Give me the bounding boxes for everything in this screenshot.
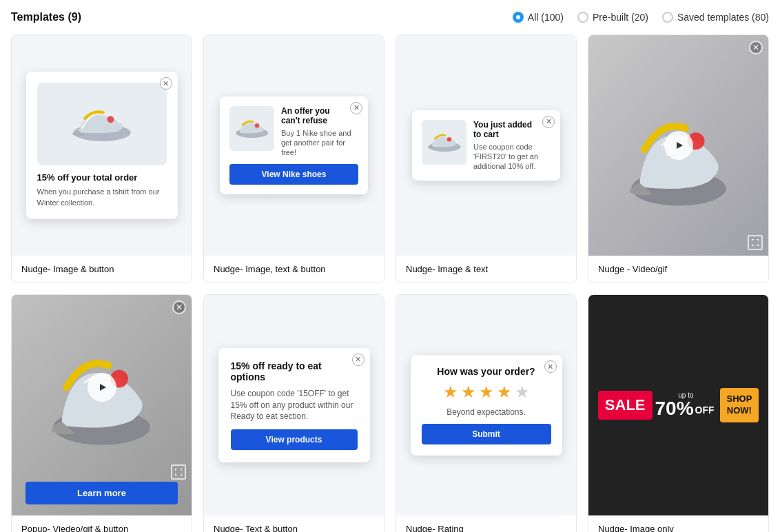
card7-popup: ✕ How was your order? ★ ★ ★ ★ ★ Beyond e… — [411, 355, 562, 456]
stars-container: ★ ★ ★ ★ ★ — [422, 382, 551, 402]
view-products-button[interactable]: View products — [231, 429, 358, 450]
card1-label: Nudge- Image & button — [12, 256, 192, 283]
percent-label: 70% — [655, 399, 694, 418]
shop-now-label: SHOP NOW! — [720, 388, 759, 422]
card7-preview: ✕ How was your order? ★ ★ ★ ★ ★ Beyond e… — [396, 295, 576, 515]
templates-grid: ✕ 15% off your total order When you purc… — [11, 34, 769, 532]
popup-video-bg: ✕ Learn more — [12, 295, 192, 515]
learn-more-button[interactable]: Learn more — [25, 482, 178, 504]
card-image-only[interactable]: SALE up to 70% OFF SHOP NOW! Nudge- Imag… — [588, 294, 769, 532]
rating-caption: Beyond expectations. — [422, 407, 551, 417]
card2-title: An offer you can't refuse — [281, 106, 358, 125]
card5-label: Popup- Viedeo/gif & button — [12, 515, 192, 532]
shoe-image — [37, 83, 167, 165]
card2-preview: ✕ An offer you can't refuse Buy 1 — [204, 35, 384, 256]
close-icon[interactable]: ✕ — [544, 360, 557, 373]
card1-title: 15% off your total order — [37, 172, 167, 183]
card-text-button[interactable]: ✕ 15% off ready to eat options Use coupo… — [203, 294, 384, 532]
expand-icon[interactable] — [171, 464, 186, 480]
card3-label: Nudge- Image & text — [396, 256, 576, 283]
close-icon[interactable]: ✕ — [172, 300, 186, 314]
sale-percent-block: up to 70% OFF — [655, 392, 715, 418]
expand-icon[interactable] — [748, 235, 763, 250]
card3-preview: ✕ You just added to cart Use coup — [396, 35, 576, 256]
card3-title: You just added to cart — [473, 120, 551, 139]
card3-popup: ✕ You just added to cart Use coup — [412, 110, 560, 181]
card6-popup: ✕ 15% off ready to eat options Use coupo… — [218, 348, 370, 462]
close-icon[interactable]: ✕ — [542, 116, 555, 128]
filter-all-label: All (100) — [528, 12, 564, 23]
card5-preview: ✕ Learn more — [12, 295, 192, 515]
filter-all[interactable]: All (100) — [513, 12, 564, 23]
shoe-thumbnail — [229, 106, 274, 151]
card4-label: Nudge - Video/gif — [588, 256, 768, 283]
card-image-button[interactable]: ✕ 15% off your total order When you purc… — [11, 34, 192, 283]
card6-label: Nudge- Text & button — [204, 515, 384, 532]
card3-body: Use coupon code 'FIRST20' to get an addi… — [473, 142, 551, 172]
sale-label: SALE — [598, 391, 653, 420]
svg-point-1 — [107, 116, 114, 123]
card6-body: Use coupon code '15OFF' to get 15% off o… — [231, 388, 358, 422]
card8-preview: SALE up to 70% OFF SHOP NOW! — [588, 295, 768, 515]
card2-body: Buy 1 Nike shoe and get another pair for… — [281, 128, 358, 158]
card8-label: Nudge- Image only — [588, 515, 768, 532]
card6-title: 15% off ready to eat options — [231, 360, 358, 382]
close-icon[interactable]: ✕ — [352, 354, 365, 366]
off-label: OFF — [695, 405, 715, 416]
play-icon[interactable] — [88, 373, 116, 402]
card2-popup: ✕ An offer you can't refuse Buy 1 — [220, 96, 368, 195]
card7-label: Nudge- Rating — [396, 515, 576, 532]
card1-popup: ✕ 15% off your total order When you purc… — [26, 72, 178, 219]
filter-saved[interactable]: Saved templates (80) — [662, 12, 769, 23]
card6-preview: ✕ 15% off ready to eat options Use coupo… — [204, 295, 384, 515]
card-image-text[interactable]: ✕ You just added to cart Use coup — [396, 34, 577, 283]
card3-text: You just added to cart Use coupon code '… — [473, 120, 551, 172]
card2-row: An offer you can't refuse Buy 1 Nike sho… — [229, 106, 358, 158]
radio-prebuilt[interactable] — [577, 12, 588, 23]
star-5[interactable]: ★ — [515, 382, 530, 402]
radio-saved[interactable] — [662, 12, 673, 23]
star-2[interactable]: ★ — [461, 382, 476, 402]
filter-prebuilt[interactable]: Pre-built (20) — [577, 12, 648, 23]
card3-row: You just added to cart Use coupon code '… — [422, 120, 551, 172]
filter-group: All (100) Pre-built (20) Saved templates… — [513, 12, 769, 23]
card-video[interactable]: ✕ Nudge - Video/gif — [588, 34, 769, 283]
star-4[interactable]: ★ — [497, 382, 512, 402]
sale-banner: SALE up to 70% OFF SHOP NOW! — [588, 295, 768, 515]
up-to-block: up to 70% — [655, 392, 694, 418]
filter-prebuilt-label: Pre-built (20) — [593, 12, 648, 23]
star-3[interactable]: ★ — [479, 382, 494, 402]
close-icon[interactable]: ✕ — [749, 41, 763, 54]
svg-point-3 — [254, 123, 259, 128]
card1-preview: ✕ 15% off your total order When you purc… — [12, 35, 192, 256]
card-image-text-button[interactable]: ✕ An offer you can't refuse Buy 1 — [203, 34, 384, 283]
page-title: Templates (9) — [11, 11, 81, 23]
video-bg: ✕ — [588, 35, 768, 256]
card1-body: When you purchase a tshirt from our Wint… — [37, 187, 167, 208]
close-icon[interactable]: ✕ — [160, 77, 172, 90]
shoe-thumbnail — [422, 120, 466, 165]
svg-marker-11 — [100, 384, 106, 391]
card2-text: An offer you can't refuse Buy 1 Nike sho… — [281, 106, 358, 158]
play-icon[interactable] — [664, 131, 693, 160]
sale-content: SALE up to 70% OFF SHOP NOW! — [598, 388, 759, 422]
close-icon[interactable]: ✕ — [350, 102, 362, 114]
card-popup-video[interactable]: ✕ Learn more Popup- Viedeo/g — [11, 294, 192, 532]
card4-preview: ✕ — [588, 35, 768, 256]
filter-saved-label: Saved templates (80) — [677, 12, 769, 23]
card2-label: Nudge- Image, text & button — [204, 256, 384, 283]
svg-marker-8 — [677, 142, 683, 149]
card7-title: How was your order? — [422, 366, 551, 377]
submit-button[interactable]: Submit — [422, 424, 551, 444]
card-rating[interactable]: ✕ How was your order? ★ ★ ★ ★ ★ Beyond e… — [396, 294, 577, 532]
star-1[interactable]: ★ — [443, 382, 458, 402]
page-header: Templates (9) All (100) Pre-built (20) S… — [11, 11, 769, 23]
view-nike-button[interactable]: View Nike shoes — [229, 164, 358, 185]
radio-all[interactable] — [513, 12, 524, 23]
svg-point-5 — [447, 137, 451, 142]
